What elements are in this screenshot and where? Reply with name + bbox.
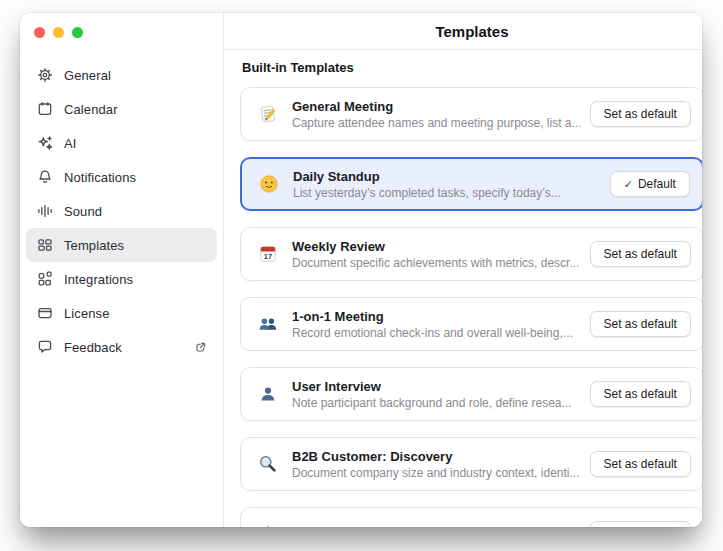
template-text: General MeetingCapture attendee names an…: [292, 98, 590, 131]
template-title: B2B Customer: Discovery: [292, 448, 582, 465]
sparkles-icon: [36, 135, 53, 152]
sidebar-item-label: General: [64, 68, 207, 83]
sidebar-item-label: Feedback: [64, 340, 183, 355]
person-emoji: [257, 384, 279, 404]
sidebar-item-label: Integrations: [64, 272, 207, 287]
set-default-button[interactable]: Set as default: [590, 101, 691, 127]
template-card[interactable]: B2B Customer: PilotSet as default: [240, 507, 702, 527]
face-emoji: [258, 174, 280, 194]
settings-window: GeneralCalendarAINotificationsSoundTempl…: [20, 13, 702, 527]
template-description: Note participant background and role, de…: [292, 396, 582, 411]
template-card[interactable]: 17Weekly ReviewDocument specific achieve…: [240, 227, 702, 281]
sidebar-item-feedback[interactable]: Feedback: [26, 330, 217, 364]
template-title: User Interview: [292, 378, 582, 395]
memo-emoji: [257, 104, 279, 124]
page-title: Templates: [435, 23, 508, 40]
sidebar-item-label: AI: [64, 136, 207, 151]
sidebar-item-general[interactable]: General: [26, 58, 217, 92]
sidebar-item-label: Templates: [64, 238, 207, 253]
template-card[interactable]: Daily StandupList yesterday’s completed …: [240, 157, 702, 211]
button-label: Set as default: [604, 247, 677, 261]
waveform-icon: [36, 203, 53, 220]
section-title: Built-in Templates: [242, 60, 702, 75]
bell-icon: [36, 169, 53, 186]
template-description: Document specific achievements with metr…: [292, 256, 582, 271]
templates-content: Built-in Templates General MeetingCaptur…: [224, 50, 702, 527]
rocket-emoji: [257, 524, 279, 527]
calendar-icon: [36, 101, 53, 118]
template-title: General Meeting: [292, 98, 582, 115]
window-controls: [26, 27, 217, 38]
sidebar-item-label: License: [64, 306, 207, 321]
feedback-icon: [36, 339, 53, 356]
template-title: 1-on-1 Meeting: [292, 308, 582, 325]
template-card[interactable]: B2B Customer: DiscoveryDocument company …: [240, 437, 702, 491]
sidebar-item-calendar[interactable]: Calendar: [26, 92, 217, 126]
button-label: Set as default: [604, 107, 677, 121]
sidebar-item-license[interactable]: License: [26, 296, 217, 330]
template-card[interactable]: User InterviewNote participant backgroun…: [240, 367, 702, 421]
template-description: Record emotional check-ins and overall w…: [292, 326, 582, 341]
set-default-button[interactable]: Set as default: [590, 521, 691, 527]
gear-icon: [36, 67, 53, 84]
people-emoji: [257, 314, 279, 334]
templates-icon: [36, 237, 53, 254]
template-text: B2B Customer: Pilot: [292, 525, 590, 527]
external-link-icon: [194, 341, 207, 354]
template-card[interactable]: General MeetingCapture attendee names an…: [240, 87, 702, 141]
button-label: Set as default: [604, 457, 677, 471]
set-default-button[interactable]: Set as default: [590, 451, 691, 477]
default-badge-button[interactable]: ✓Default: [610, 171, 690, 197]
sidebar-item-notifications[interactable]: Notifications: [26, 160, 217, 194]
button-label: Set as default: [604, 387, 677, 401]
close-button[interactable]: [34, 27, 45, 38]
template-card[interactable]: 1-on-1 MeetingRecord emotional check-ins…: [240, 297, 702, 351]
sidebar-item-templates[interactable]: Templates: [26, 228, 217, 262]
sidebar-item-sound[interactable]: Sound: [26, 194, 217, 228]
sidebar-item-label: Sound: [64, 204, 207, 219]
license-icon: [36, 305, 53, 322]
template-text: B2B Customer: DiscoveryDocument company …: [292, 448, 590, 481]
sidebar-item-label: Notifications: [64, 170, 207, 185]
minimize-button[interactable]: [53, 27, 64, 38]
template-description: List yesterday’s completed tasks, specif…: [293, 186, 602, 201]
set-default-button[interactable]: Set as default: [590, 381, 691, 407]
template-text: 1-on-1 MeetingRecord emotional check-ins…: [292, 308, 590, 341]
set-default-button[interactable]: Set as default: [590, 241, 691, 267]
template-text: Weekly ReviewDocument specific achieveme…: [292, 238, 590, 271]
template-list: General MeetingCapture attendee names an…: [240, 87, 702, 527]
set-default-button[interactable]: Set as default: [590, 311, 691, 337]
button-label: Default: [638, 177, 676, 191]
sidebar-nav: GeneralCalendarAINotificationsSoundTempl…: [26, 58, 217, 364]
zoom-button[interactable]: [72, 27, 83, 38]
check-icon: ✓: [624, 178, 633, 191]
button-label: Set as default: [604, 317, 677, 331]
sidebar: GeneralCalendarAINotificationsSoundTempl…: [20, 13, 224, 527]
sidebar-item-label: Calendar: [64, 102, 207, 117]
template-text: Daily StandupList yesterday’s completed …: [293, 168, 610, 201]
sidebar-item-integrations[interactable]: Integrations: [26, 262, 217, 296]
integrations-icon: [36, 271, 53, 288]
main-panel: Templates Built-in Templates General Mee…: [224, 13, 702, 527]
template-title: Daily Standup: [293, 168, 602, 185]
template-title: B2B Customer: Pilot: [292, 525, 582, 527]
main-header: Templates: [224, 13, 702, 50]
calendar-emoji: 17: [257, 244, 279, 264]
svg-text:17: 17: [264, 252, 272, 261]
sidebar-item-ai[interactable]: AI: [26, 126, 217, 160]
template-description: Document company size and industry conte…: [292, 466, 582, 481]
template-description: Capture attendee names and meeting purpo…: [292, 116, 582, 131]
template-title: Weekly Review: [292, 238, 582, 255]
magnifier-emoji: [257, 454, 279, 474]
template-text: User InterviewNote participant backgroun…: [292, 378, 590, 411]
